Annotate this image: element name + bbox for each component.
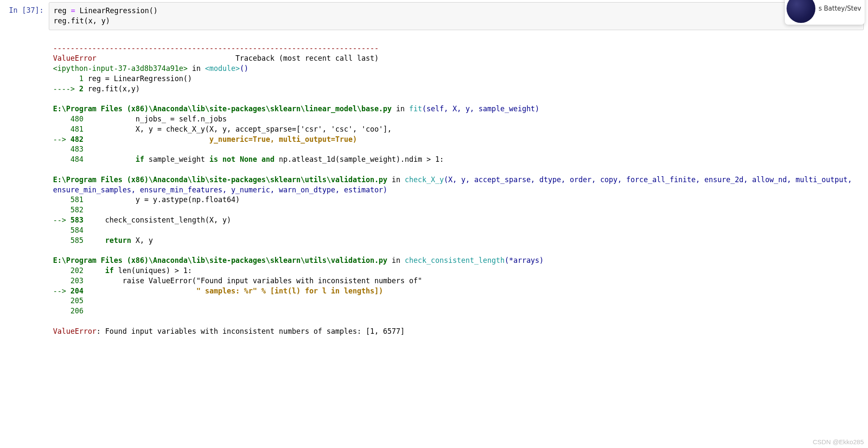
line-1-number: 1 (53, 74, 84, 83)
line-581: 581 (53, 195, 84, 204)
input-prompt: In [37]: (4, 2, 49, 16)
line-202: 202 (53, 266, 105, 275)
ipython-location: <ipython-input-37-a3d8b374a91e> (53, 64, 188, 73)
code-line-1: reg = LinearRegression() (53, 6, 158, 15)
line-206: 206 (53, 307, 88, 315)
frame-1-path: E:\Program Files (x86)\Anaconda\lib\site… (53, 104, 392, 113)
line-585: 585 (53, 236, 105, 245)
line-481: 481 (53, 125, 84, 133)
line-205: 205 (53, 296, 88, 305)
frame-2-func: check_X_y (405, 175, 444, 184)
module-tag: <module> (205, 64, 240, 73)
traceback-output: ----------------------------------------… (49, 30, 864, 350)
traceback-label: Traceback (most recent call last) (235, 54, 379, 62)
line-483: 483 (53, 145, 88, 153)
prompt-text: In [37]: (9, 6, 44, 14)
line-2-arrow: ----> (53, 85, 79, 93)
separator: ----------------------------------------… (53, 44, 379, 52)
input-cell: In [37]: reg = LinearRegression() reg.fi… (4, 2, 864, 30)
frame-3-func: check_consistent_length (405, 256, 504, 265)
frame-1-func: fit (409, 104, 422, 113)
code-input[interactable]: reg = LinearRegression() reg.fit(x, y) (49, 2, 864, 30)
final-error-message: : Found input variables with inconsisten… (96, 327, 405, 335)
line-204-arrow: --> (53, 287, 70, 295)
error-name: ValueError (53, 54, 96, 62)
avatar-circle (787, 0, 815, 23)
line-480: 480 (53, 115, 84, 123)
line-484: 484 (53, 155, 135, 163)
code-line-2: reg.fit(x, y) (53, 17, 110, 25)
frame-2-path: E:\Program Files (x86)\Anaconda\lib\site… (53, 175, 387, 184)
frame-3-path: E:\Program Files (x86)\Anaconda\lib\site… (53, 256, 387, 265)
line-203: 203 (53, 276, 84, 285)
line-584: 584 (53, 226, 88, 234)
profile-overlay[interactable]: s Battey/Stev (785, 0, 865, 25)
line-583-arrow: --> (53, 216, 70, 224)
final-error-name: ValueError (53, 327, 96, 335)
line-582: 582 (53, 206, 88, 214)
line-482-arrow: --> (53, 135, 70, 144)
avatar-name: s Battey/Stev (819, 4, 862, 13)
